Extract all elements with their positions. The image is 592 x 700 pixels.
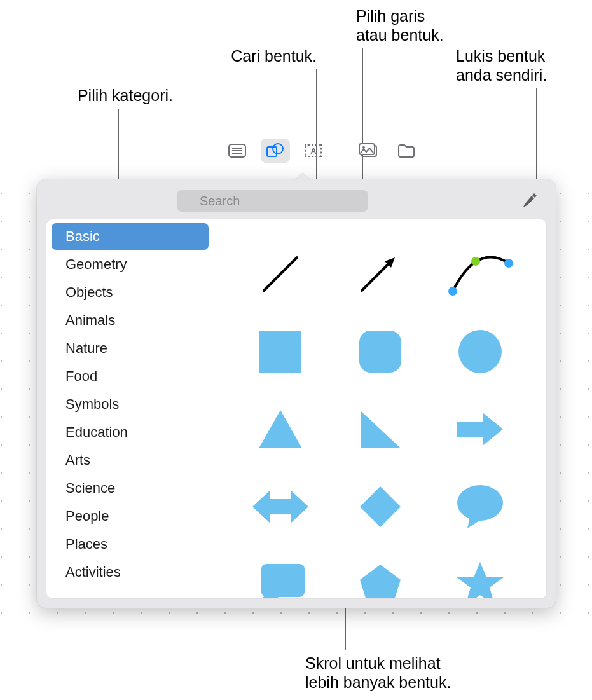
svg-marker-23 bbox=[361, 411, 400, 448]
callout-pick-line-shape: Pilih garis atau bentuk. bbox=[356, 6, 444, 45]
popover-body: BasicGeometryObjectsAnimalsNatureFoodSym… bbox=[37, 216, 556, 608]
sidebar-item-people[interactable]: People bbox=[52, 503, 209, 530]
svg-marker-26 bbox=[360, 486, 401, 527]
shapes-grid bbox=[214, 219, 547, 599]
sidebar-item-geometry[interactable]: Geometry bbox=[52, 251, 209, 278]
svg-point-17 bbox=[504, 259, 513, 268]
callout-text: Lukis bentuk anda sendiri. bbox=[456, 47, 547, 84]
circle-shape[interactable] bbox=[434, 315, 527, 388]
svg-marker-22 bbox=[259, 410, 302, 448]
toolbar-outline-icon[interactable] bbox=[223, 139, 252, 163]
triangle-shape[interactable] bbox=[233, 392, 327, 466]
arrow-both-shape[interactable] bbox=[233, 470, 327, 544]
curve-editable-shape[interactable] bbox=[434, 237, 527, 311]
shapes-popover: BasicGeometryObjectsAnimalsNatureFoodSym… bbox=[37, 179, 556, 608]
svg-point-18 bbox=[471, 257, 480, 266]
star-shape[interactable] bbox=[434, 547, 527, 599]
draw-pen-button[interactable] bbox=[518, 191, 542, 210]
svg-rect-4 bbox=[267, 147, 277, 156]
category-sidebar: BasicGeometryObjectsAnimalsNatureFoodSym… bbox=[46, 219, 214, 599]
svg-marker-24 bbox=[457, 413, 503, 446]
sidebar-item-places[interactable]: Places bbox=[52, 531, 209, 558]
svg-point-5 bbox=[273, 144, 283, 154]
sidebar-item-activities[interactable]: Activities bbox=[52, 559, 209, 586]
toolbar-media-icon[interactable] bbox=[354, 139, 383, 163]
diamond-shape[interactable] bbox=[333, 470, 427, 544]
arrow-right-shape[interactable] bbox=[434, 392, 527, 466]
toolbar: A bbox=[223, 139, 421, 163]
callout-text: Skrol untuk melihat lebih banyak bentuk. bbox=[305, 654, 451, 691]
speech-bubble-shape[interactable] bbox=[434, 470, 527, 544]
sidebar-item-animals[interactable]: Animals bbox=[52, 307, 209, 334]
sidebar-item-symbols[interactable]: Symbols bbox=[52, 391, 209, 418]
square-shape[interactable] bbox=[233, 315, 327, 388]
sidebar-item-arts[interactable]: Arts bbox=[52, 447, 209, 474]
line-shape[interactable] bbox=[233, 237, 327, 311]
svg-point-16 bbox=[448, 287, 457, 296]
callout-text: Pilih garis atau bentuk. bbox=[356, 7, 444, 44]
svg-rect-19 bbox=[259, 331, 301, 373]
callout-text: Pilih kategori. bbox=[78, 86, 173, 104]
svg-rect-29 bbox=[261, 564, 305, 597]
svg-rect-20 bbox=[359, 331, 401, 373]
callout-draw-own: Lukis bentuk anda sendiri. bbox=[456, 46, 547, 85]
sidebar-item-education[interactable]: Education bbox=[52, 419, 209, 446]
svg-marker-31 bbox=[360, 565, 401, 599]
rounded-square-shape[interactable] bbox=[333, 315, 427, 388]
sidebar-item-nature[interactable]: Nature bbox=[52, 335, 209, 362]
toolbar-divider bbox=[0, 130, 592, 130]
search-wrap bbox=[177, 190, 412, 212]
sidebar-item-food[interactable]: Food bbox=[52, 363, 209, 390]
pentagon-shape[interactable] bbox=[333, 547, 427, 599]
toolbar-shapes-icon[interactable] bbox=[261, 139, 290, 163]
callout-pick-category: Pilih kategori. bbox=[65, 86, 173, 105]
toolbar-textbox-icon[interactable]: A bbox=[299, 139, 328, 163]
svg-point-27 bbox=[457, 485, 503, 521]
sidebar-item-science[interactable]: Science bbox=[52, 475, 209, 502]
svg-line-13 bbox=[264, 257, 297, 291]
right-triangle-shape[interactable] bbox=[333, 392, 427, 466]
popover-header bbox=[37, 179, 556, 216]
callout-text: Cari bentuk. bbox=[231, 47, 317, 65]
svg-point-10 bbox=[362, 146, 365, 149]
toolbar-folder-icon[interactable] bbox=[392, 139, 421, 163]
svg-text:A: A bbox=[310, 146, 317, 156]
svg-marker-32 bbox=[457, 562, 504, 599]
svg-marker-25 bbox=[252, 490, 308, 523]
svg-point-21 bbox=[458, 330, 502, 373]
sidebar-item-basic[interactable]: Basic bbox=[52, 223, 209, 250]
pen-icon bbox=[521, 192, 538, 209]
callout-search-shape: Cari bentuk. bbox=[221, 46, 317, 65]
callout-rect-shape[interactable] bbox=[233, 547, 327, 599]
search-input[interactable] bbox=[177, 190, 368, 212]
svg-rect-9 bbox=[359, 144, 375, 154]
svg-line-14 bbox=[362, 260, 392, 291]
callout-scroll-more: Skrol untuk melihat lebih banyak bentuk. bbox=[305, 654, 451, 692]
sidebar-item-objects[interactable]: Objects bbox=[52, 279, 209, 306]
arrow-line-shape[interactable] bbox=[333, 237, 427, 311]
